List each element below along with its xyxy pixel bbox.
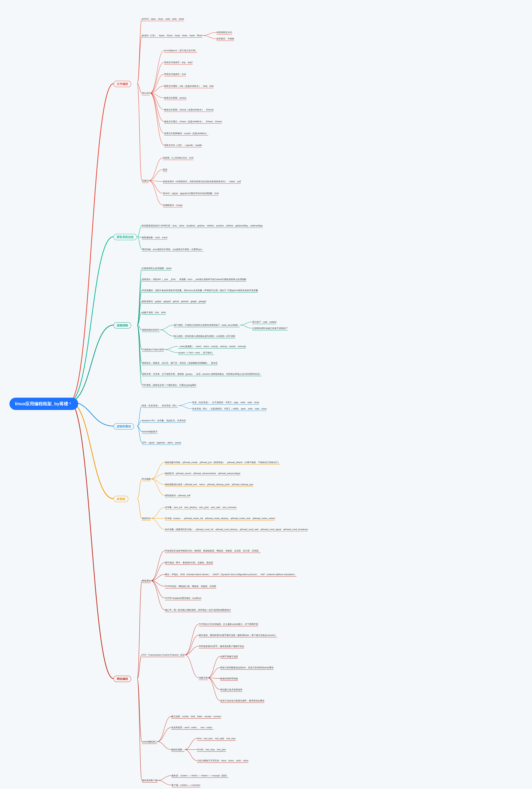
- branch-node[interactable]: 进程控制: [114, 322, 131, 329]
- leaf-node[interactable]: IPv4/6：inet_ntop、inet_pton: [197, 748, 226, 752]
- leaf-node[interactable]: （exec族函数）：execl、execv；execlp、execvp；exec…: [178, 345, 246, 349]
- child-node[interactable]: TCP（Transmission Control Protocol）协议: [142, 653, 185, 657]
- child-node[interactable]: 线程同步: [142, 517, 151, 520]
- leaf-node[interactable]: 滑动窗口技术协商速率: [220, 688, 242, 692]
- leaf-node[interactable]: 修改文件属主：chown（也是shell命令）、fchown、lchown: [164, 120, 222, 124]
- leaf-node[interactable]: 显示收尸：wait、waitpid: [252, 320, 276, 324]
- child-node[interactable]: 创建子进程：fork、vfork: [142, 311, 166, 315]
- child-node[interactable]: 进程状态：就绪态、运行态、僵尸态、等待态（浅度睡眠/深度睡眠）、暂停态: [142, 361, 217, 365]
- child-node[interactable]: 其它API: [142, 92, 150, 95]
- child-node[interactable]: 网络通信: [142, 579, 151, 583]
- leaf-node[interactable]: 获取文件属性：stat（也是shell命令）、fstat、lstat: [164, 85, 214, 88]
- child-node[interactable]: 标准IO（C库）：fopen、fclose、fread、fwrite、fseek…: [142, 34, 202, 38]
- leaf-node[interactable]: 辅助性函数：: [171, 748, 185, 752]
- leaf-node[interactable]: 面向连接，通信前需3次握手建立连接（服务器listen，客户端主动发起conne…: [199, 634, 277, 637]
- leaf-node[interactable]: 管道（无名管道）：父子进程间、半双工；pipe、write、read、close: [192, 401, 259, 405]
- child-node[interactable]: 服务器和客户端: [142, 779, 157, 783]
- root-node[interactable]: linux应用编程框架_by蒋楼丶: [10, 398, 78, 410]
- leaf-node[interactable]: 服务器：socket——>bind——>listen——>accept（阻塞）: [172, 774, 228, 778]
- child-node[interactable]: 获取随机数：rand、srand: [142, 236, 167, 240]
- leaf-node[interactable]: TCP/IP协议：网络接口层、网络层、传输层、应用层: [165, 585, 216, 588]
- leaf-node[interactable]: 修改文件权限：chmod（也是shell命令）、fchmod: [164, 108, 213, 112]
- leaf-node[interactable]: 阻塞: [163, 168, 167, 172]
- child-node[interactable]: 子进程执行可执行程序: [142, 348, 164, 352]
- leaf-node[interactable]: 主机与网络字节序互转：htonl、htons、ntohl、ntohs: [197, 759, 248, 763]
- leaf-node[interactable]: 互斥锁（mutex）：pthread_mutex_init、pthread_mu…: [165, 517, 275, 520]
- leaf-node[interactable]: 管理文件描述符：fcntl: [164, 73, 186, 76]
- leaf-node[interactable]: 效率更高、可移植: [216, 37, 234, 41]
- leaf-node[interactable]: 开放系统互连参考模型(OSI)：物理层、数据链路层、网络层、传输层、会话层、表示…: [165, 549, 261, 553]
- branch-node[interactable]: 文件编程: [114, 81, 131, 87]
- child-node[interactable]: 环境变量表：进程中备份的系统环境变量，用environ全局变量（声明就可以用）指…: [142, 289, 258, 293]
- leaf-node[interactable]: TCP/IP loopback测试域名：localhost: [165, 597, 201, 600]
- leaf-node[interactable]: 僵尸进程：子进程已结束而父进程尚未帮其收尸（task_struct和栈）: [174, 324, 240, 327]
- child-node[interactable]: SystemV IPC：信号量、消息队列、共享内存: [142, 419, 186, 423]
- leaf-node[interactable]: 端口号：唯一标识能上网的进程，和IP地址一起打包到收发数据包中: [165, 608, 231, 612]
- branch-node[interactable]: 进程间通信: [114, 423, 134, 429]
- leaf-node[interactable]: 条件变量（需要用到互斥锁）：pthread_cond_init、pthread_…: [165, 528, 308, 532]
- child-node[interactable]: 时间获取相关的9个API和C库：time、ctime、localtime、gmt…: [142, 224, 263, 228]
- child-node[interactable]: 进程的诞生和消亡: [142, 328, 159, 332]
- leaf-node[interactable]: 线程函数退出相关：pthread_exit、return、pthread_cle…: [165, 483, 253, 487]
- leaf-node[interactable]: 复制文件描述符：dup、dup2: [164, 61, 193, 65]
- leaf-node[interactable]: 异步IO：signal、sigaction注册信号SIGIO处理函数、fcntl: [163, 192, 218, 196]
- leaf-node[interactable]: IPv4：inet_aton、inet_addr、inet_ntoa: [197, 737, 235, 741]
- leaf-node[interactable]: 父进程结束时会偷已结束子进程收尸: [252, 327, 288, 330]
- leaf-node[interactable]: 客户端：socket——>connect: [172, 784, 200, 787]
- leaf-node[interactable]: system（= fork + exec ，原子操作）: [178, 351, 214, 355]
- leaf-node[interactable]: 获取线程ID：pthread_self: [165, 494, 190, 498]
- leaf-node[interactable]: 数据内容附带校验: [220, 677, 238, 681]
- leaf-node[interactable]: 传输可靠: [199, 676, 208, 680]
- child-node[interactable]: 信号：signal、sigaction、alarm、pause: [142, 441, 181, 445]
- child-node[interactable]: 高级IO: [142, 179, 149, 183]
- child-node[interactable]: Socket域套接字: [142, 430, 157, 434]
- leaf-node[interactable]: 线程创建与回收：pthread_create、pthread_join（阻塞回收…: [165, 461, 280, 464]
- leaf-node[interactable]: 先握手再建立连接: [220, 655, 238, 659]
- child-node[interactable]: socket编程接口: [142, 740, 157, 744]
- child-node[interactable]: 调试内核：proc虚拟文件系统、sys虚拟文件系统（主要用sys）: [142, 248, 204, 252]
- child-node[interactable]: 守护进程（进程名后有一个额外的d） 可通过syslog调试: [142, 383, 196, 387]
- leaf-node[interactable]: 多路复用IO（外部阻塞式，内部非阻塞式自动轮询多路阻塞式IO）：select、p…: [163, 180, 241, 184]
- child-node[interactable]: 进程关系：无关系、父子进程关系、进程组（group）、会话（session 进程…: [142, 372, 262, 376]
- leaf-node[interactable]: TCP协议工作在传输层，对上服务socket接口，对下调用IP层: [199, 623, 258, 626]
- leaf-node[interactable]: 硬件基础：网卡、集线器(HUB)、交换机、路由器: [165, 561, 213, 565]
- leaf-node[interactable]: errno和perror（其它地方也可用）: [164, 49, 197, 53]
- leaf-node[interactable]: 设置文件权限掩码：umask（也是shell命令）: [164, 132, 208, 135]
- child-node[interactable]: 获取进程ID：getpid、getppid、getuid、geteuid、get…: [142, 300, 206, 304]
- leaf-node[interactable]: 接收方收到数据包会回ack，发送方若未收到ack会重传: [220, 666, 273, 670]
- branch-node[interactable]: 网络编程: [114, 676, 131, 682]
- child-node[interactable]: 常见函数: [142, 477, 151, 481]
- leaf-node[interactable]: 读取文件夹（C库）：opendir、readdir: [164, 144, 202, 147]
- leaf-node[interactable]: 内部调用文件IO: [216, 31, 232, 35]
- leaf-node[interactable]: 关闭连接需4次挥手，服务器或客户端都可发起: [199, 645, 244, 648]
- leaf-node[interactable]: 检查文件权限：access: [164, 96, 187, 100]
- branch-node[interactable]: 多线程: [114, 496, 128, 502]
- child-node[interactable]: 进程退出：系统API（_exit、_Exit）、库函数（exit） _exit退…: [142, 278, 246, 281]
- leaf-node[interactable]: 概念：IP地址、DNS（Domain Name Server）、DHCP（Dyn…: [165, 573, 297, 576]
- leaf-node[interactable]: 建立连接：socket、bind、listen、accept、connect: [171, 715, 221, 719]
- branch-node[interactable]: 获取系统信息: [114, 234, 137, 240]
- leaf-node[interactable]: 发送方会给各分割报文编号，顺序错误会重传: [220, 699, 264, 703]
- leaf-node[interactable]: 线程取消：pthread_cancel、pthread_setcancelsts…: [165, 472, 241, 476]
- leaf-node[interactable]: 信号量：sem_init、sem_destory、sem_post、sem_wa…: [165, 506, 236, 510]
- child-node[interactable]: 注册进程终止处理函数：atexit: [142, 267, 171, 271]
- leaf-node[interactable]: 存储映射IO：mmap: [163, 204, 183, 207]
- child-node[interactable]: 文件IO：open、close、read、write、lseek: [142, 17, 184, 21]
- leaf-node[interactable]: 孤儿进程：所有的孤儿进程都会成为进程1（init进程）的子进程: [174, 334, 235, 338]
- leaf-node[interactable]: 发送和接受：send（write）、recv（read）: [171, 726, 213, 730]
- child-node[interactable]: 管道（无名管道）、有名管道（fifo）: [142, 404, 178, 408]
- leaf-node[interactable]: 有名管道（fifo）：任意进程间、半双工；mkfifo、open、write、r…: [192, 407, 266, 411]
- leaf-node[interactable]: 非阻塞：O_NONBLOCK、fcntl: [163, 156, 193, 160]
